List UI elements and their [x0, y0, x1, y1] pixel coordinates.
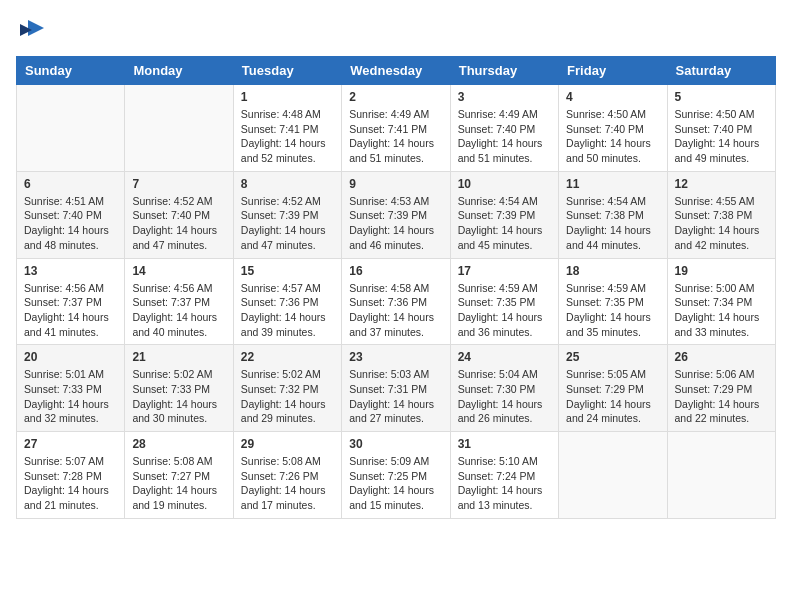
daylight-text: Daylight: 14 hours and 26 minutes. [458, 398, 543, 425]
day-info: Sunrise: 4:52 AM Sunset: 7:40 PM Dayligh… [132, 194, 225, 253]
calendar-cell: 18 Sunrise: 4:59 AM Sunset: 7:35 PM Dayl… [559, 258, 667, 345]
sunset-text: Sunset: 7:40 PM [24, 209, 102, 221]
daylight-text: Daylight: 14 hours and 24 minutes. [566, 398, 651, 425]
sunrise-text: Sunrise: 4:56 AM [132, 282, 212, 294]
daylight-text: Daylight: 14 hours and 45 minutes. [458, 224, 543, 251]
daylight-text: Daylight: 14 hours and 37 minutes. [349, 311, 434, 338]
daylight-text: Daylight: 14 hours and 48 minutes. [24, 224, 109, 251]
sunset-text: Sunset: 7:37 PM [24, 296, 102, 308]
daylight-text: Daylight: 14 hours and 13 minutes. [458, 484, 543, 511]
daylight-text: Daylight: 14 hours and 29 minutes. [241, 398, 326, 425]
sunset-text: Sunset: 7:40 PM [132, 209, 210, 221]
day-number: 25 [566, 350, 659, 364]
daylight-text: Daylight: 14 hours and 44 minutes. [566, 224, 651, 251]
day-number: 18 [566, 264, 659, 278]
weekday-header-monday: Monday [125, 57, 233, 85]
day-number: 28 [132, 437, 225, 451]
daylight-text: Daylight: 14 hours and 36 minutes. [458, 311, 543, 338]
day-info: Sunrise: 4:50 AM Sunset: 7:40 PM Dayligh… [566, 107, 659, 166]
day-info: Sunrise: 5:01 AM Sunset: 7:33 PM Dayligh… [24, 367, 117, 426]
calendar-cell: 5 Sunrise: 4:50 AM Sunset: 7:40 PM Dayli… [667, 85, 775, 172]
sunset-text: Sunset: 7:36 PM [241, 296, 319, 308]
sunset-text: Sunset: 7:38 PM [566, 209, 644, 221]
calendar-cell [667, 432, 775, 519]
calendar-cell [559, 432, 667, 519]
day-info: Sunrise: 5:03 AM Sunset: 7:31 PM Dayligh… [349, 367, 442, 426]
calendar-cell: 3 Sunrise: 4:49 AM Sunset: 7:40 PM Dayli… [450, 85, 558, 172]
day-info: Sunrise: 4:48 AM Sunset: 7:41 PM Dayligh… [241, 107, 334, 166]
day-number: 23 [349, 350, 442, 364]
day-info: Sunrise: 5:07 AM Sunset: 7:28 PM Dayligh… [24, 454, 117, 513]
sunset-text: Sunset: 7:39 PM [241, 209, 319, 221]
daylight-text: Daylight: 14 hours and 35 minutes. [566, 311, 651, 338]
sunrise-text: Sunrise: 4:51 AM [24, 195, 104, 207]
sunset-text: Sunset: 7:29 PM [566, 383, 644, 395]
sunrise-text: Sunrise: 4:48 AM [241, 108, 321, 120]
day-number: 17 [458, 264, 551, 278]
sunset-text: Sunset: 7:26 PM [241, 470, 319, 482]
sunrise-text: Sunrise: 5:01 AM [24, 368, 104, 380]
calendar-cell: 11 Sunrise: 4:54 AM Sunset: 7:38 PM Dayl… [559, 171, 667, 258]
sunrise-text: Sunrise: 5:10 AM [458, 455, 538, 467]
logo-icon [18, 16, 46, 44]
day-info: Sunrise: 5:08 AM Sunset: 7:27 PM Dayligh… [132, 454, 225, 513]
calendar-cell: 23 Sunrise: 5:03 AM Sunset: 7:31 PM Dayl… [342, 345, 450, 432]
sunset-text: Sunset: 7:29 PM [675, 383, 753, 395]
daylight-text: Daylight: 14 hours and 21 minutes. [24, 484, 109, 511]
day-info: Sunrise: 5:02 AM Sunset: 7:33 PM Dayligh… [132, 367, 225, 426]
calendar-cell: 22 Sunrise: 5:02 AM Sunset: 7:32 PM Dayl… [233, 345, 341, 432]
sunrise-text: Sunrise: 4:52 AM [132, 195, 212, 207]
calendar-cell [125, 85, 233, 172]
sunrise-text: Sunrise: 4:50 AM [566, 108, 646, 120]
day-number: 6 [24, 177, 117, 191]
sunrise-text: Sunrise: 4:59 AM [566, 282, 646, 294]
calendar-cell: 15 Sunrise: 4:57 AM Sunset: 7:36 PM Dayl… [233, 258, 341, 345]
daylight-text: Daylight: 14 hours and 50 minutes. [566, 137, 651, 164]
day-number: 5 [675, 90, 768, 104]
calendar-cell: 24 Sunrise: 5:04 AM Sunset: 7:30 PM Dayl… [450, 345, 558, 432]
day-info: Sunrise: 4:50 AM Sunset: 7:40 PM Dayligh… [675, 107, 768, 166]
calendar-cell [17, 85, 125, 172]
sunrise-text: Sunrise: 4:50 AM [675, 108, 755, 120]
sunset-text: Sunset: 7:35 PM [458, 296, 536, 308]
day-info: Sunrise: 5:09 AM Sunset: 7:25 PM Dayligh… [349, 454, 442, 513]
sunset-text: Sunset: 7:40 PM [566, 123, 644, 135]
weekday-header-tuesday: Tuesday [233, 57, 341, 85]
sunrise-text: Sunrise: 4:49 AM [349, 108, 429, 120]
daylight-text: Daylight: 14 hours and 51 minutes. [349, 137, 434, 164]
calendar-cell: 4 Sunrise: 4:50 AM Sunset: 7:40 PM Dayli… [559, 85, 667, 172]
calendar-table: SundayMondayTuesdayWednesdayThursdayFrid… [16, 56, 776, 519]
day-number: 8 [241, 177, 334, 191]
sunrise-text: Sunrise: 5:05 AM [566, 368, 646, 380]
sunrise-text: Sunrise: 5:08 AM [241, 455, 321, 467]
calendar-header-row: SundayMondayTuesdayWednesdayThursdayFrid… [17, 57, 776, 85]
sunrise-text: Sunrise: 5:02 AM [132, 368, 212, 380]
sunset-text: Sunset: 7:33 PM [132, 383, 210, 395]
day-number: 9 [349, 177, 442, 191]
day-info: Sunrise: 4:57 AM Sunset: 7:36 PM Dayligh… [241, 281, 334, 340]
day-number: 27 [24, 437, 117, 451]
logo [16, 16, 46, 44]
calendar-cell: 25 Sunrise: 5:05 AM Sunset: 7:29 PM Dayl… [559, 345, 667, 432]
weekday-header-thursday: Thursday [450, 57, 558, 85]
weekday-header-friday: Friday [559, 57, 667, 85]
daylight-text: Daylight: 14 hours and 41 minutes. [24, 311, 109, 338]
daylight-text: Daylight: 14 hours and 51 minutes. [458, 137, 543, 164]
daylight-text: Daylight: 14 hours and 19 minutes. [132, 484, 217, 511]
sunrise-text: Sunrise: 4:56 AM [24, 282, 104, 294]
calendar-cell: 6 Sunrise: 4:51 AM Sunset: 7:40 PM Dayli… [17, 171, 125, 258]
day-number: 30 [349, 437, 442, 451]
sunset-text: Sunset: 7:37 PM [132, 296, 210, 308]
day-number: 11 [566, 177, 659, 191]
sunrise-text: Sunrise: 4:54 AM [458, 195, 538, 207]
sunset-text: Sunset: 7:41 PM [241, 123, 319, 135]
sunset-text: Sunset: 7:35 PM [566, 296, 644, 308]
sunset-text: Sunset: 7:31 PM [349, 383, 427, 395]
day-info: Sunrise: 5:00 AM Sunset: 7:34 PM Dayligh… [675, 281, 768, 340]
calendar-week-row: 13 Sunrise: 4:56 AM Sunset: 7:37 PM Dayl… [17, 258, 776, 345]
calendar-cell: 10 Sunrise: 4:54 AM Sunset: 7:39 PM Dayl… [450, 171, 558, 258]
day-info: Sunrise: 4:54 AM Sunset: 7:39 PM Dayligh… [458, 194, 551, 253]
daylight-text: Daylight: 14 hours and 30 minutes. [132, 398, 217, 425]
sunrise-text: Sunrise: 4:49 AM [458, 108, 538, 120]
day-number: 10 [458, 177, 551, 191]
